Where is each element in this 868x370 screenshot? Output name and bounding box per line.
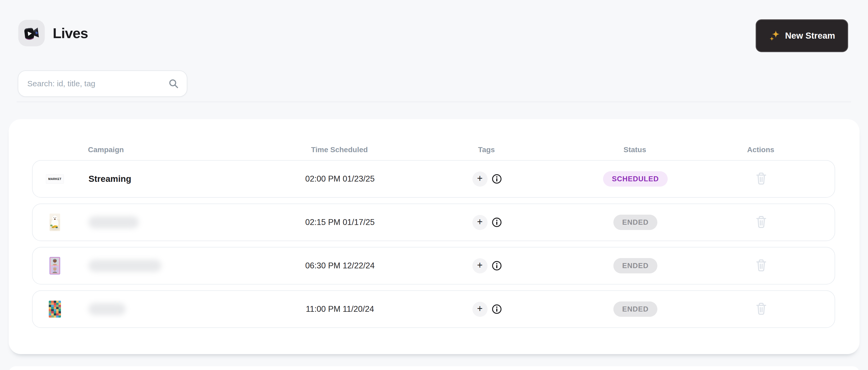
campaign-thumbnail — [41, 301, 68, 317]
campaign-title-redacted — [89, 216, 139, 228]
next-panel-edge — [9, 366, 860, 370]
campaign-thumbnail — [41, 213, 68, 231]
add-tag-button[interactable]: + — [472, 258, 488, 273]
status-badge: ENDED — [613, 301, 657, 317]
search-input[interactable] — [27, 79, 168, 89]
header-divider — [17, 102, 851, 102]
new-stream-label: New Stream — [785, 31, 835, 41]
new-stream-button[interactable]: New Stream — [756, 19, 848, 52]
search-box[interactable] — [18, 70, 187, 97]
stream-list: MARKET Streaming 02:00 PM 01/23/25 + SCH… — [32, 160, 835, 328]
delete-button[interactable] — [755, 259, 767, 273]
page-header: Lives — [18, 20, 88, 46]
time-scheduled: 02:00 PM 01/23/25 — [271, 174, 409, 184]
add-tag-button[interactable]: + — [472, 215, 488, 230]
campaign-title-redacted — [89, 260, 161, 272]
column-header-campaign: Campaign — [32, 145, 271, 158]
stream-row[interactable]: 11:00 PM 11/20/24 + ENDED — [32, 290, 835, 328]
add-tag-button[interactable]: + — [472, 302, 488, 317]
add-tag-button[interactable]: + — [472, 171, 488, 187]
stream-row[interactable]: 02:15 PM 01/17/25 + ENDED — [32, 204, 835, 241]
delete-button[interactable] — [755, 302, 767, 316]
info-icon[interactable] — [492, 217, 502, 227]
page-title: Lives — [53, 25, 88, 41]
campaign-thumbnail — [41, 257, 68, 274]
thumbnail-text: MARKET — [48, 177, 61, 180]
video-camera-icon — [18, 20, 45, 46]
column-header-time: Time Scheduled — [271, 145, 408, 158]
campaign-title-redacted — [89, 303, 126, 315]
sparkles-icon — [769, 30, 780, 41]
magnifier-icon[interactable] — [168, 78, 179, 90]
time-scheduled: 02:15 PM 01/17/25 — [271, 217, 409, 227]
column-header-status: Status — [565, 145, 705, 158]
column-header-actions: Actions — [705, 145, 816, 158]
stream-row[interactable]: MARKET Streaming 02:00 PM 01/23/25 + SCH… — [32, 160, 835, 198]
delete-button[interactable] — [755, 172, 767, 186]
column-header-tags: Tags — [408, 145, 565, 158]
info-icon[interactable] — [492, 261, 502, 271]
time-scheduled: 11:00 PM 11/20/24 — [271, 304, 409, 314]
time-scheduled: 06:30 PM 12/22/24 — [271, 261, 409, 270]
delete-button[interactable] — [755, 215, 767, 229]
stream-row[interactable]: 06:30 PM 12/22/24 + ENDED — [32, 247, 835, 284]
status-badge: ENDED — [613, 215, 657, 230]
info-icon[interactable] — [492, 174, 502, 184]
status-badge: SCHEDULED — [603, 171, 668, 187]
campaign-title: Streaming — [89, 174, 131, 184]
status-badge: ENDED — [613, 258, 657, 273]
table-header: Campaign Time Scheduled Tags Status Acti… — [32, 119, 835, 158]
campaign-thumbnail: MARKET — [41, 174, 68, 184]
streams-panel: Campaign Time Scheduled Tags Status Acti… — [9, 119, 860, 354]
info-icon[interactable] — [492, 304, 502, 314]
